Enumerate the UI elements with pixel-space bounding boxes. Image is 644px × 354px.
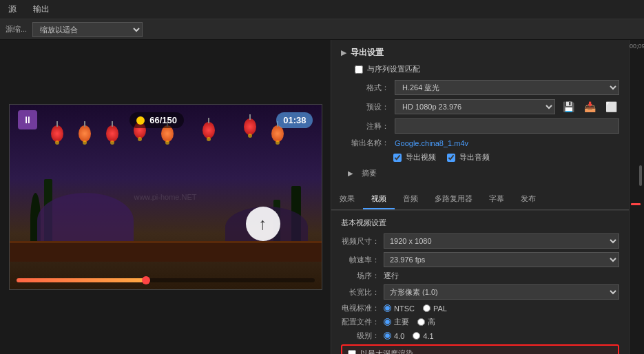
scroll-indicator[interactable] xyxy=(639,165,642,186)
format-select[interactable]: H.264 蓝光 xyxy=(395,80,619,95)
hill-left xyxy=(37,193,134,248)
level-40-option[interactable]: 4.0 xyxy=(384,332,404,340)
timestamp-display: 00;09;15 xyxy=(630,40,644,50)
up-arrow-button: ↑ xyxy=(246,207,280,241)
comment-label: 注释： xyxy=(348,121,389,132)
game-background: ⏸ 66/150 01:38 ↑ xyxy=(10,105,322,289)
resolution-row: 视频尺寸： 1920 x 1080 xyxy=(341,233,619,249)
export-audio-row: 导出音频 xyxy=(447,152,490,163)
preset-label: 预设： xyxy=(348,102,389,112)
field-order-value: 逐行 xyxy=(384,271,399,281)
comment-input[interactable] xyxy=(395,118,619,134)
tab-audio[interactable]: 音频 xyxy=(395,189,426,209)
tab-multiplexer[interactable]: 多路复用器 xyxy=(426,189,481,209)
tab-captions[interactable]: 字幕 xyxy=(481,189,512,209)
export-video-row: 导出视频 xyxy=(393,152,436,163)
level-label: 级别： xyxy=(341,331,380,341)
export-settings-section: ▶ 导出设置 与序列设置匹配 格式： H.264 蓝光 预设： HD 1080p… xyxy=(331,40,629,189)
level-group: 4.0 4.1 xyxy=(384,332,434,340)
save-preset-btn[interactable]: 💾 xyxy=(561,101,577,113)
score-text: 66/150 xyxy=(149,115,177,125)
export-audio-checkbox[interactable] xyxy=(447,154,455,162)
output-file-link[interactable]: Google.china8_1.m4v xyxy=(395,139,468,147)
video-section-title: 基本视频设置 xyxy=(341,218,619,228)
video-settings-section: 基本视频设置 视频尺寸： 1920 x 1080 帧速率： 23.976 fps… xyxy=(331,210,629,354)
ntsc-radio[interactable] xyxy=(384,304,391,312)
pal-option[interactable]: PAL xyxy=(423,304,447,313)
preset-row: 预设： HD 1080p 23.976 💾 📥 ⬜ xyxy=(348,99,619,114)
resolution-select[interactable]: 1920 x 1080 xyxy=(384,233,619,249)
level41-radio[interactable] xyxy=(413,332,420,340)
tab-video[interactable]: 视频 xyxy=(363,189,395,209)
aspect-label: 长宽比： xyxy=(341,287,380,298)
ground xyxy=(10,241,322,262)
watermark: www.pi-home.NET xyxy=(134,193,196,201)
framerate-row: 帧速率： 23.976 fps xyxy=(341,252,619,267)
tab-effects[interactable]: 效果 xyxy=(331,189,363,209)
ntsc-label: NTSC xyxy=(394,304,415,313)
match-sequence-label: 与序列设置匹配 xyxy=(367,64,420,74)
collapse-icon[interactable]: ▶ xyxy=(341,49,346,56)
pal-radio[interactable] xyxy=(423,304,430,312)
main-profile-option[interactable]: 主要 xyxy=(384,317,409,327)
tab-publish[interactable]: 发布 xyxy=(512,189,544,209)
comment-row: 注释： xyxy=(348,118,619,134)
level-40-label: 4.0 xyxy=(394,332,404,340)
match-sequence-row: 与序列设置匹配 xyxy=(355,64,619,74)
profile-group: 主要 高 xyxy=(384,317,435,327)
output-name-row: 输出名称： Google.china8_1.m4v xyxy=(348,138,619,148)
framerate-label: 帧速率： xyxy=(341,255,380,265)
timer-display: 01:38 xyxy=(276,112,313,128)
profile-row: 配置文件： 主要 高 xyxy=(341,317,619,327)
export-settings-header: ▶ 导出设置 xyxy=(341,47,619,59)
menu-bar: 源 输出 xyxy=(0,0,644,19)
summary-collapse-icon[interactable]: ▶ xyxy=(348,169,353,177)
source-label: 源缩... xyxy=(6,24,27,34)
timeline-scroll-area: 00;09;15 xyxy=(629,40,644,354)
aspect-select[interactable]: 方形像素 (1.0) xyxy=(384,284,619,300)
progress-bar xyxy=(17,278,315,282)
ntsc-option[interactable]: NTSC xyxy=(384,304,415,313)
profile-label: 配置文件： xyxy=(341,317,380,327)
level40-radio[interactable] xyxy=(384,332,391,340)
tabs-row: 效果 视频 音频 多路复用器 字幕 发布 xyxy=(331,189,629,210)
scale-select[interactable]: 缩放以适合 xyxy=(32,22,143,37)
field-order-row: 场序： 逐行 xyxy=(341,271,619,281)
resolution-label: 视频尺寸： xyxy=(341,236,380,247)
summary-row: ▶ 摘要 xyxy=(348,168,619,178)
preset-select[interactable]: HD 1080p 23.976 xyxy=(395,99,555,114)
source-row: 源缩... 缩放以适合 xyxy=(0,19,644,40)
export-video-label: 导出视频 xyxy=(406,152,436,163)
tv-standard-row: 电视标准： NTSC PAL xyxy=(341,303,619,313)
output-name-label: 输出名称： xyxy=(348,138,389,148)
main-area: ⏸ 66/150 01:38 ↑ xyxy=(0,40,644,354)
main-radio[interactable] xyxy=(384,318,391,326)
export-settings-panel: ▶ 导出设置 与序列设置匹配 格式： H.264 蓝光 预设： HD 1080p… xyxy=(331,40,629,354)
level-41-option[interactable]: 4.1 xyxy=(413,332,433,340)
timeline-marker xyxy=(631,203,641,205)
tv-standard-group: NTSC PAL xyxy=(384,304,447,313)
match-sequence-checkbox[interactable] xyxy=(355,65,363,74)
menu-source[interactable]: 源 xyxy=(6,2,19,17)
tv-standard-label: 电视标准： xyxy=(341,303,380,313)
high-radio[interactable] xyxy=(417,318,425,326)
max-depth-checkbox[interactable] xyxy=(348,350,356,355)
menu-output[interactable]: 输出 xyxy=(30,2,52,17)
high-label: 高 xyxy=(428,317,435,327)
coin-icon xyxy=(136,116,145,125)
framerate-select[interactable]: 23.976 fps xyxy=(384,252,619,267)
progress-fill xyxy=(17,278,148,282)
more-preset-btn[interactable]: ⬜ xyxy=(603,101,619,113)
max-depth-label: 以最大深度渲染 xyxy=(360,348,413,354)
video-preview-panel: ⏸ 66/150 01:38 ↑ xyxy=(0,40,331,354)
max-depth-row: 以最大深度渲染 xyxy=(348,348,612,354)
level-row: 级别： 4.0 4.1 xyxy=(341,331,619,341)
field-order-label: 场序： xyxy=(341,271,380,281)
pal-label: PAL xyxy=(433,304,447,313)
summary-label: 摘要 xyxy=(362,168,377,178)
export-video-checkbox[interactable] xyxy=(393,154,402,162)
import-preset-btn[interactable]: 📥 xyxy=(582,101,598,113)
score-display: 66/150 xyxy=(129,112,184,128)
main-label: 主要 xyxy=(394,317,409,327)
high-profile-option[interactable]: 高 xyxy=(417,317,435,327)
